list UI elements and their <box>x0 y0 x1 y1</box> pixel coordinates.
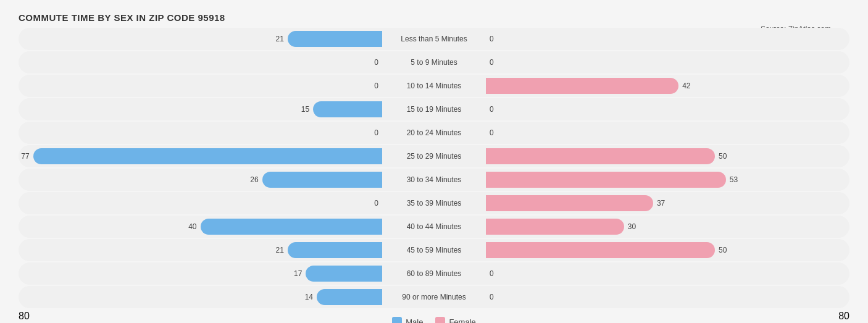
female-legend-box <box>435 317 445 323</box>
right-section: 37 <box>483 195 849 212</box>
female-value: 0 <box>490 35 494 43</box>
female-value: 50 <box>719 246 727 254</box>
chart-row: 40 40 to 44 Minutes 30 <box>19 216 849 238</box>
chart-row: 0 5 to 9 Minutes 0 <box>19 51 849 73</box>
male-bar <box>288 31 382 47</box>
female-value: 0 <box>490 293 494 301</box>
right-section: 0 <box>483 124 849 141</box>
left-section: 15 <box>19 101 385 118</box>
axis-left-label: 80 <box>19 311 30 323</box>
row-label: 15 to 19 Minutes <box>385 105 483 114</box>
male-value: 0 <box>374 128 378 137</box>
left-section: 0 <box>19 54 385 71</box>
male-bar <box>33 148 382 164</box>
female-legend-label: Female <box>449 317 475 324</box>
female-value: 0 <box>490 128 494 137</box>
axis-right-label: 80 <box>838 311 849 323</box>
male-legend-label: Male <box>406 317 423 324</box>
female-bar <box>486 78 678 94</box>
male-bar <box>262 172 382 188</box>
chart-row: 0 20 to 24 Minutes 0 <box>19 122 849 144</box>
male-bar <box>313 101 382 117</box>
right-section: 42 <box>483 77 849 94</box>
bar-container: 21 Less than 5 Minutes 0 <box>19 30 849 48</box>
legend-female: Female <box>435 317 475 323</box>
female-value: 37 <box>657 199 665 208</box>
male-value: 0 <box>374 82 378 90</box>
bar-container: 0 10 to 14 Minutes 42 <box>19 77 849 94</box>
male-value: 26 <box>250 175 258 184</box>
chart-row: 0 10 to 14 Minutes 42 <box>19 75 849 97</box>
legend-male: Male <box>392 317 423 323</box>
female-value: 30 <box>628 222 636 231</box>
chart-row: 14 90 or more Minutes 0 <box>19 286 849 308</box>
right-section: 0 <box>483 288 849 306</box>
row-label: 35 to 39 Minutes <box>385 199 483 208</box>
male-value: 21 <box>276 246 284 254</box>
right-section: 50 <box>483 148 849 165</box>
left-section: 40 <box>19 218 385 235</box>
left-section: 21 <box>19 30 385 48</box>
left-section: 0 <box>19 195 385 212</box>
row-label: 60 to 89 Minutes <box>385 269 483 278</box>
female-value: 53 <box>730 175 738 184</box>
male-value: 14 <box>305 293 313 301</box>
row-label: Less than 5 Minutes <box>385 35 483 43</box>
male-bar <box>288 242 382 258</box>
male-bar <box>201 219 383 235</box>
right-section: 0 <box>483 30 849 48</box>
female-value: 0 <box>490 105 494 114</box>
male-value: 21 <box>276 35 284 43</box>
chart-row: 17 60 to 89 Minutes 0 <box>19 262 849 285</box>
chart-row: 0 35 to 39 Minutes 37 <box>19 192 849 214</box>
chart-row: 21 Less than 5 Minutes 0 <box>19 28 849 50</box>
row-label: 45 to 59 Minutes <box>385 246 483 254</box>
bar-container: 15 15 to 19 Minutes 0 <box>19 101 849 118</box>
left-section: 14 <box>19 288 385 306</box>
female-value: 50 <box>719 152 727 161</box>
female-bar <box>486 172 726 188</box>
right-section: 50 <box>483 241 849 259</box>
male-value: 77 <box>21 152 29 161</box>
chart-row: 21 45 to 59 Minutes 50 <box>19 239 849 261</box>
chart-row: 77 25 to 29 Minutes 50 <box>19 145 849 167</box>
male-bar <box>317 289 382 305</box>
right-section: 0 <box>483 101 849 118</box>
bar-container: 21 45 to 59 Minutes 50 <box>19 241 849 259</box>
male-value: 0 <box>374 58 378 67</box>
chart-area: 21 Less than 5 Minutes 0 0 5 to 9 Minute… <box>19 28 849 323</box>
left-section: 0 <box>19 124 385 141</box>
female-bar <box>486 148 715 164</box>
chart-row: 26 30 to 34 Minutes 53 <box>19 169 849 191</box>
bar-container: 0 20 to 24 Minutes 0 <box>19 124 849 141</box>
right-section: 0 <box>483 265 849 282</box>
chart-row: 15 15 to 19 Minutes 0 <box>19 98 849 120</box>
bar-container: 17 60 to 89 Minutes 0 <box>19 265 849 282</box>
female-value: 42 <box>682 82 690 90</box>
bar-container: 26 30 to 34 Minutes 53 <box>19 171 849 188</box>
female-value: 0 <box>490 58 494 67</box>
bar-container: 0 5 to 9 Minutes 0 <box>19 54 849 71</box>
male-value: 0 <box>374 199 378 208</box>
left-section: 21 <box>19 241 385 259</box>
chart-title: COMMUTE TIME BY SEX IN ZIP CODE 95918 <box>19 12 849 23</box>
bar-container: 0 35 to 39 Minutes 37 <box>19 195 849 212</box>
female-bar <box>486 219 624 235</box>
bottom-axis: 80 Male Female 80 <box>19 311 849 323</box>
row-label: 5 to 9 Minutes <box>385 58 483 67</box>
row-label: 20 to 24 Minutes <box>385 128 483 137</box>
female-bar <box>486 195 653 211</box>
female-value: 0 <box>490 269 494 278</box>
row-label: 90 or more Minutes <box>385 293 483 301</box>
bar-container: 40 40 to 44 Minutes 30 <box>19 218 849 235</box>
bar-container: 77 25 to 29 Minutes 50 <box>19 148 849 165</box>
legend: Male Female <box>392 317 476 323</box>
row-label: 25 to 29 Minutes <box>385 152 483 161</box>
male-value: 15 <box>301 105 309 114</box>
left-section: 77 <box>19 148 385 165</box>
right-section: 0 <box>483 54 849 71</box>
row-label: 40 to 44 Minutes <box>385 222 483 231</box>
left-section: 0 <box>19 77 385 94</box>
male-legend-box <box>392 317 402 323</box>
right-section: 30 <box>483 218 849 235</box>
